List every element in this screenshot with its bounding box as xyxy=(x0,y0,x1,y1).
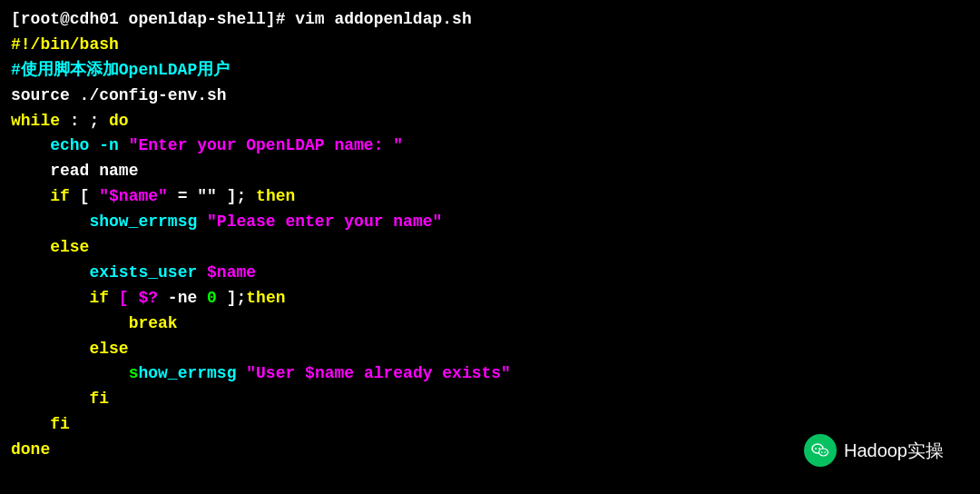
line-show1: show_errmsg "Please enter your name" xyxy=(11,210,969,235)
line-while: while : ; do xyxy=(11,109,969,134)
line-comment: #使用脚本添加OpenLDAP用户 xyxy=(11,58,969,84)
line-exists: exists_user $name xyxy=(11,261,969,286)
line-if1: if [ "$name" = "" ]; then xyxy=(11,184,969,210)
line-else1: else xyxy=(11,235,969,261)
line-break: break xyxy=(11,311,969,337)
line-else2: else xyxy=(11,337,969,362)
wechat-icon xyxy=(804,434,837,467)
line-shebang: #!/bin/bash xyxy=(11,33,969,58)
line-echo: echo -n "Enter your OpenLDAP name: " xyxy=(11,133,969,159)
line-prompt: [root@cdh01 openldap-shell]# vim addopen… xyxy=(11,7,969,33)
svg-point-4 xyxy=(821,451,823,453)
line-read: read name xyxy=(11,159,969,184)
svg-point-1 xyxy=(815,448,817,450)
terminal-window: [root@cdh01 openldap-shell]# vim addopen… xyxy=(0,0,980,494)
watermark: Hadoop实操 xyxy=(804,434,944,467)
watermark-text: Hadoop实操 xyxy=(844,437,944,465)
svg-point-3 xyxy=(818,449,828,456)
code-block: [root@cdh01 openldap-shell]# vim addopen… xyxy=(11,7,969,463)
line-fi1: fi xyxy=(11,387,969,412)
line-source: source ./config-env.sh xyxy=(11,84,969,109)
svg-point-5 xyxy=(824,451,826,453)
line-if2: if [ $? -ne 0 ];then xyxy=(11,286,969,311)
line-show2: show_errmsg "User $name already exists" xyxy=(11,361,969,387)
